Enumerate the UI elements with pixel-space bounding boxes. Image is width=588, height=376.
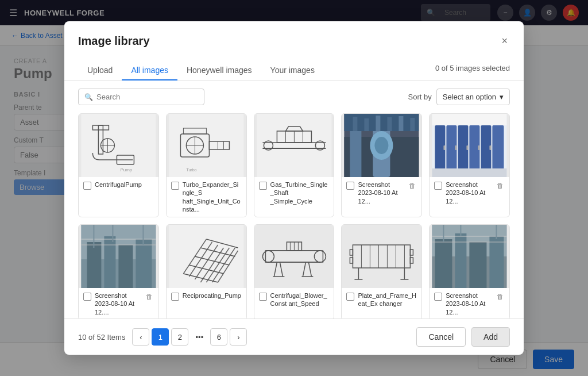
image-checkbox[interactable]	[346, 182, 354, 190]
image-checkbox[interactable]	[171, 293, 179, 301]
svg-rect-54	[432, 168, 507, 177]
sort-option-text: Select an option	[443, 93, 496, 101]
modal-toolbar: 🔍 Sort by Select an option ▾	[64, 80, 524, 113]
modal-close-button[interactable]: ×	[499, 33, 510, 49]
image-checkbox[interactable]	[346, 293, 354, 301]
svg-rect-40	[411, 118, 415, 131]
svg-rect-67	[169, 225, 243, 288]
pagination: 10 of 52 Items ‹ 1 2 ••• 6 ›	[78, 328, 247, 346]
modal-header: Image library ×	[64, 21, 524, 49]
svg-rect-61	[136, 239, 152, 288]
tab-your-images[interactable]: Your images	[261, 61, 324, 80]
image-footer: Plate_and_Frame_Heat_Ex changer	[342, 288, 421, 312]
svg-text:Pump: Pump	[120, 167, 132, 172]
modal-add-button[interactable]: Add	[471, 327, 510, 347]
image-thumbnail	[254, 225, 334, 288]
modal-actions: Cancel Add	[416, 327, 510, 347]
image-thumbnail	[342, 114, 421, 177]
pagination-prev-button[interactable]: ‹	[132, 328, 149, 346]
svg-rect-59	[104, 236, 115, 288]
delete-image-icon[interactable]: 🗑	[408, 181, 417, 191]
image-name: Screenshot 2023-08-10 At 12...	[358, 181, 404, 205]
svg-rect-39	[399, 116, 404, 131]
svg-rect-50	[455, 145, 457, 150]
list-item[interactable]: Pump CentrifugalPump	[78, 113, 159, 217]
image-name: Reciprocating_Pump	[183, 291, 242, 300]
svg-rect-0	[81, 114, 156, 177]
svg-rect-42	[432, 114, 507, 125]
image-name: Gas_Turbine_Single_Shaft _Simple_Cycle	[270, 181, 330, 205]
list-item[interactable]: Screenshot 2023-08-10 At 12... 🗑	[429, 113, 510, 217]
list-item[interactable]: Gas_Turbine_Single_Shaft _Simple_Cycle	[254, 113, 335, 217]
image-footer: Screenshot 2023-08-10 At 12... 🗑	[430, 288, 509, 319]
image-library-modal: Image library × Upload All images Honeyw…	[64, 21, 524, 355]
pagination-info: 10 of 52 Items	[78, 333, 125, 342]
svg-rect-118	[490, 236, 504, 288]
list-item[interactable]: Screenshot 2023-08-10 At 12.... 🗑	[78, 224, 159, 319]
svg-rect-35	[353, 117, 358, 131]
delete-image-icon[interactable]: 🗑	[496, 291, 505, 302]
image-name: Screenshot 2023-08-10 At 12...	[446, 291, 492, 316]
image-checkbox[interactable]	[259, 182, 267, 190]
modal-overlay: Image library × Upload All images Honeyw…	[0, 0, 588, 376]
pagination-page-6-button[interactable]: 6	[210, 328, 227, 346]
image-name: Screenshot 2023-08-10 At 12....	[95, 291, 141, 316]
list-item[interactable]: Screenshot 2023-08-10 At 12... 🗑	[429, 224, 510, 319]
svg-rect-38	[388, 117, 392, 131]
pagination-next-button[interactable]: ›	[230, 328, 247, 346]
image-checkbox[interactable]	[259, 293, 267, 301]
image-thumbnail	[167, 225, 246, 288]
tab-all-images[interactable]: All images	[122, 61, 177, 80]
pagination-page-2-button[interactable]: 2	[171, 328, 188, 346]
image-footer: Turbo_Expander_Single_S haft_Single_Unit…	[167, 177, 246, 217]
svg-rect-117	[470, 242, 487, 288]
sort-select[interactable]: Select an option ▾	[436, 89, 510, 105]
image-search-box[interactable]: 🔍	[78, 89, 204, 105]
image-footer: Gas_Turbine_Single_Shaft _Simple_Cycle	[254, 177, 334, 209]
sort-area: Sort by Select an option ▾	[408, 89, 510, 105]
image-thumbnail	[342, 225, 421, 288]
image-name: Turbo_Expander_Single_S haft_Single_Unit…	[183, 181, 242, 213]
image-search-input[interactable]	[96, 93, 198, 101]
svg-rect-58	[87, 242, 101, 288]
tab-upload[interactable]: Upload	[78, 61, 122, 80]
svg-rect-53	[490, 145, 492, 150]
modal-tabs: Upload All images Honeywell images Your …	[64, 54, 524, 80]
delete-image-icon[interactable]: 🗑	[496, 181, 505, 191]
image-thumbnail	[430, 114, 509, 177]
image-checkbox[interactable]	[83, 182, 91, 190]
list-item[interactable]: Turbo Turbo_Expander_Single_S haft_Singl…	[166, 113, 247, 217]
image-name: Centrifugal_Blower_Const ant_Speed	[270, 291, 330, 308]
modal-cancel-button[interactable]: Cancel	[416, 327, 466, 347]
modal-title: Image library	[78, 34, 150, 48]
list-item[interactable]: Screenshot 2023-08-10 At 12... 🗑	[341, 113, 422, 217]
image-thumbnail: Turbo	[167, 114, 246, 177]
image-grid-container: Pump CentrifugalPump	[64, 113, 524, 319]
chevron-down-icon: ▾	[500, 93, 504, 101]
image-footer: Screenshot 2023-08-10 At 12... 🗑	[342, 177, 421, 209]
delete-image-icon[interactable]: 🗑	[145, 291, 154, 302]
image-thumbnail	[79, 225, 158, 288]
svg-rect-37	[376, 116, 381, 131]
image-checkbox[interactable]	[434, 293, 442, 301]
svg-rect-115	[435, 239, 452, 288]
image-checkbox[interactable]	[434, 182, 442, 190]
image-name: Plate_and_Frame_Heat_Ex changer	[358, 291, 417, 308]
image-checkbox[interactable]	[83, 293, 91, 301]
image-footer: Centrifugal_Blower_Const ant_Speed	[254, 288, 334, 312]
tab-honeywell-images[interactable]: Honeywell images	[177, 61, 261, 80]
svg-rect-80	[257, 225, 331, 288]
image-name: Screenshot 2023-08-10 At 12...	[446, 181, 492, 205]
svg-rect-52	[478, 145, 480, 150]
image-checkbox[interactable]	[171, 182, 179, 190]
image-thumbnail	[254, 114, 334, 177]
list-item[interactable]: Centrifugal_Blower_Const ant_Speed	[254, 224, 335, 319]
image-thumbnail	[430, 225, 509, 288]
svg-rect-60	[118, 245, 133, 288]
image-grid: Pump CentrifugalPump	[78, 113, 510, 319]
svg-text:Turbo: Turbo	[186, 168, 196, 172]
list-item[interactable]: Plate_and_Frame_Heat_Ex changer	[341, 224, 422, 319]
list-item[interactable]: Reciprocating_Pump	[166, 224, 247, 319]
pagination-page-1-button[interactable]: 1	[152, 328, 169, 346]
pagination-ellipsis: •••	[191, 328, 208, 346]
